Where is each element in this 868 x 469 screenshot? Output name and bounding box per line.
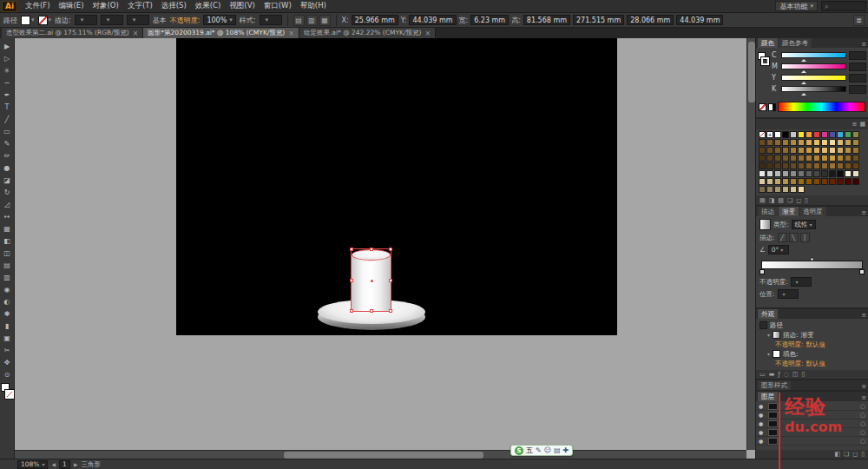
tab-layers[interactable]: 图层	[758, 392, 778, 401]
swatch[interactable]	[774, 186, 781, 193]
duplicate-item-icon[interactable]: ◫	[792, 371, 799, 378]
selection-handle[interactable]	[370, 309, 373, 313]
swatch[interactable]	[766, 186, 773, 193]
swatch[interactable]	[845, 178, 852, 185]
basic-appearance-button[interactable]: 基本	[153, 16, 167, 25]
new-stroke-icon[interactable]: ▭	[760, 371, 766, 378]
type-tool[interactable]: T	[1, 101, 14, 113]
close-icon[interactable]: ×	[133, 30, 139, 37]
visibility-eye-icon[interactable]: ●	[759, 412, 766, 418]
tab-appearance[interactable]: 外观	[758, 309, 778, 319]
swatch[interactable]	[798, 170, 805, 177]
channel-slider[interactable]	[781, 52, 846, 58]
eyedropper-tool[interactable]: ◉	[1, 283, 14, 295]
swatch[interactable]	[829, 162, 836, 169]
gradient-stop-left[interactable]	[760, 269, 765, 274]
layer-target-icon[interactable]: ○	[860, 438, 865, 445]
style-dropdown[interactable]	[260, 15, 282, 25]
angle-field[interactable]: 0°	[768, 245, 789, 254]
panel-menu-icon[interactable]: ≡	[861, 209, 868, 216]
swatch[interactable]	[774, 147, 781, 154]
direct-selection-tool[interactable]: ▷	[1, 52, 14, 64]
make-mask-icon[interactable]: ◧	[834, 451, 840, 458]
swatch[interactable]	[837, 155, 844, 162]
menu-item[interactable]: 窗口(W)	[260, 0, 296, 13]
swatch[interactable]	[852, 147, 859, 154]
swatch[interactable]	[813, 170, 820, 177]
swatch[interactable]	[774, 139, 781, 146]
expand-caret-icon[interactable]: ▾	[767, 332, 770, 338]
swatch[interactable]	[774, 178, 781, 185]
swatch[interactable]	[821, 178, 828, 185]
swatch[interactable]	[837, 162, 844, 169]
stroke-color-dropdown[interactable]	[38, 16, 52, 25]
gradient-preview-thumb[interactable]	[760, 219, 771, 230]
list-view-icon[interactable]: ≡	[852, 121, 858, 128]
grid-view-icon[interactable]: ▦	[859, 121, 865, 128]
artboard-nav-field[interactable]: 1	[59, 460, 70, 469]
delete-layer-icon[interactable]: ▯	[861, 451, 865, 458]
color-fill-stroke-proxy[interactable]	[758, 50, 770, 96]
swatch[interactable]	[813, 131, 820, 138]
visibility-eye-icon[interactable]: ●	[759, 403, 766, 409]
selection-handle[interactable]	[350, 309, 353, 313]
swatch[interactable]	[774, 131, 781, 138]
zoom-dropdown[interactable]: 108%	[17, 460, 48, 469]
tab-graphic-styles[interactable]: 图形样式	[758, 380, 791, 390]
gradient-location-field[interactable]	[778, 289, 799, 299]
swatch[interactable]	[837, 139, 844, 146]
expand-caret-icon[interactable]: ▾	[767, 351, 770, 357]
swatch[interactable]	[821, 147, 828, 154]
gradient-slider[interactable]	[760, 259, 865, 274]
swatch[interactable]	[821, 155, 828, 162]
next-artboard-icon[interactable]: ▶	[74, 461, 78, 467]
opacity-dropdown[interactable]: 100%	[203, 15, 235, 25]
search-input[interactable]	[821, 1, 866, 11]
scale-tool[interactable]: ◿	[1, 198, 14, 210]
swatch[interactable]	[766, 178, 773, 185]
swatch[interactable]	[829, 139, 836, 146]
swatch[interactable]	[845, 147, 852, 154]
swatch[interactable]	[806, 139, 812, 146]
swatch[interactable]	[790, 178, 797, 185]
keyboard-icon[interactable]: ▤	[554, 446, 561, 454]
stroke-along-icon[interactable]: ╲	[789, 233, 799, 242]
swatch[interactable]	[782, 186, 789, 193]
swatch[interactable]	[766, 170, 773, 177]
swatch[interactable]	[806, 170, 812, 177]
menu-item[interactable]: 视图(V)	[225, 0, 259, 13]
menu-item[interactable]: 编辑(E)	[55, 0, 89, 13]
delete-swatch-icon[interactable]: ▯	[805, 197, 808, 204]
menu-item[interactable]: 效果(C)	[191, 0, 226, 13]
vertical-scrollbar-thumb[interactable]	[748, 42, 755, 102]
align-center-icon[interactable]: ▥	[306, 15, 318, 26]
layer-target-icon[interactable]: ○	[860, 403, 865, 410]
swatch[interactable]	[759, 131, 766, 138]
swatch[interactable]	[759, 162, 766, 169]
new-fill-icon[interactable]: ▬	[769, 371, 775, 378]
paintbrush-tool[interactable]: ✎	[1, 137, 14, 149]
close-icon[interactable]: ×	[424, 30, 431, 37]
swatch[interactable]	[837, 170, 844, 177]
pen-icon[interactable]: ✎	[536, 446, 542, 454]
swatch[interactable]	[782, 155, 789, 162]
menu-item[interactable]: 文件(F)	[21, 0, 55, 13]
visibility-eye-icon[interactable]: ●	[759, 420, 766, 426]
shape-builder-tool[interactable]: ◧	[1, 234, 14, 247]
pen-tool[interactable]: ✒	[1, 89, 14, 101]
none-color-chip[interactable]	[759, 103, 766, 111]
swatch[interactable]	[829, 147, 836, 154]
horizontal-scrollbar-thumb[interactable]	[284, 452, 483, 459]
tab-transparency[interactable]: 透明度	[799, 207, 826, 216]
artboard[interactable]	[176, 38, 617, 335]
swatch[interactable]	[790, 155, 797, 162]
swatch[interactable]	[821, 131, 828, 138]
ime-toolbar[interactable]: S五✎☺▤✚	[510, 445, 573, 456]
fill-color-dropdown[interactable]	[21, 16, 35, 25]
layer-target-icon[interactable]: ○	[860, 420, 865, 427]
width-tool[interactable]: ↔	[1, 210, 14, 222]
swatch[interactable]	[845, 131, 852, 138]
appearance-row[interactable]: ▾描边:渐变	[756, 330, 868, 340]
swatch[interactable]	[852, 155, 859, 162]
selection-bounding-box[interactable]	[351, 248, 391, 312]
